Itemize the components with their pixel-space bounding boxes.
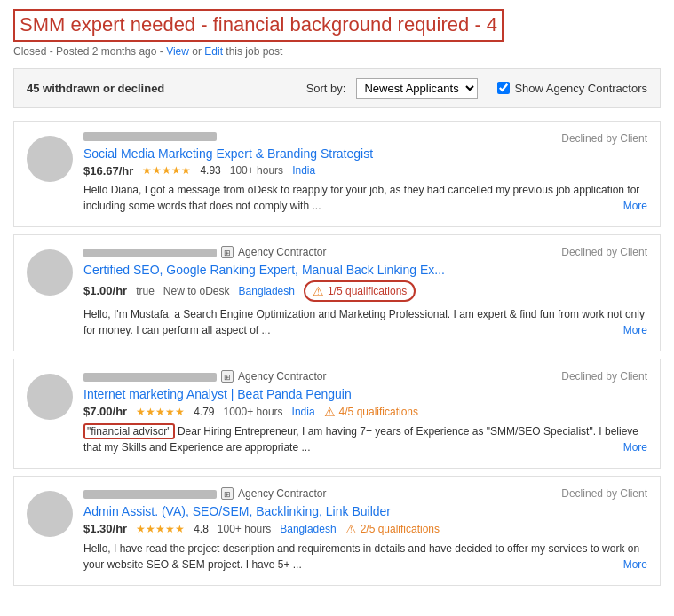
warning-icon: ⚠	[313, 284, 324, 298]
name-bar	[83, 249, 217, 257]
hours: 100+ hours	[218, 523, 271, 535]
rating: 4.8	[194, 523, 209, 535]
agency-row: ⊞ Agency Contractor	[221, 487, 326, 500]
more-link[interactable]: More	[623, 557, 647, 573]
agency-text: Agency Contractor	[238, 487, 326, 500]
applicant-card: ⊞ Agency Contractor Declined by Client A…	[13, 476, 661, 586]
agency-text: Agency Contractor	[238, 370, 326, 383]
location: India	[292, 406, 315, 418]
job-posted: Posted 2 months ago	[56, 45, 156, 58]
avatar	[27, 491, 73, 537]
location: Bangladesh	[280, 523, 336, 535]
declined-label: Declined by Client	[561, 487, 647, 500]
stats-row: $1.30/hr ★★★★★ 4.8 100+ hours Bangladesh…	[83, 522, 647, 536]
qualifications-text: 2/5 qualifications	[361, 523, 440, 535]
name-bar	[83, 373, 217, 382]
warning-icon: ⚠	[345, 522, 357, 536]
stars: ★★★★★	[136, 523, 185, 535]
applicant-card: ⊞ Agency Contractor Declined by Client I…	[13, 359, 661, 469]
agency-text: Agency Contractor	[238, 246, 326, 258]
rating: 4.79	[194, 406, 214, 418]
hours: 100+ hours	[230, 164, 283, 177]
stats-row: $1.00/hr true New to oDesk Bangladesh ⚠ …	[83, 280, 647, 302]
applicant-title: Admin Assist. (VA), SEO/SEM, Backlinking…	[83, 504, 391, 518]
qualifications-text: 1/5 qualifications	[328, 285, 407, 297]
stars: ★★★★★	[136, 406, 185, 418]
avatar	[27, 249, 73, 296]
avatar	[27, 136, 73, 182]
applicant-title-link[interactable]: Certified SEO, Google Ranking Expert, Ma…	[83, 263, 647, 277]
applicant-title: Social Media Marketing Expert & Branding…	[83, 146, 373, 161]
excerpt: Hello Diana, I got a message from oDesk …	[83, 182, 647, 214]
rating: 4.93	[200, 164, 220, 177]
job-meta: Closed - Posted 2 months ago - View or E…	[13, 45, 661, 58]
excerpt: "financial advisor" Dear Hiring Entrepre…	[83, 423, 647, 455]
location: Bangladesh	[239, 285, 295, 297]
new-odesk: New to oDesk	[163, 285, 230, 297]
job-status: Closed	[13, 45, 46, 58]
excerpt: Hello, I'm Mustafa, a Search Engine Opti…	[83, 306, 647, 338]
applicant-title-link[interactable]: Internet marketing Analyst | Beat Panda …	[83, 387, 647, 401]
avatar	[27, 374, 73, 420]
name-bar	[83, 132, 217, 141]
stats-row: $16.67/hr ★★★★★ 4.93 100+ hours India	[83, 164, 647, 178]
hours: 1000+ hours	[224, 406, 283, 418]
card-top: Declined by Client	[83, 132, 647, 145]
declined-label: Declined by Client	[561, 246, 647, 258]
view-job-link[interactable]: View	[166, 45, 189, 58]
rate: $7.00/hr	[83, 405, 127, 418]
financial-keyword: "financial advisor"	[83, 423, 175, 439]
card-body: ⊞ Agency Contractor Declined by Client C…	[83, 246, 647, 340]
edit-job-link[interactable]: Edit	[204, 45, 223, 58]
more-link[interactable]: More	[623, 439, 647, 455]
card-body: ⊞ Agency Contractor Declined by Client I…	[83, 370, 647, 457]
filter-bar: 45 withdrawn or declined Sort by: Newest…	[13, 68, 661, 108]
filter-count: 45 withdrawn or declined	[27, 82, 164, 95]
card-body: Declined by Client Social Media Marketin…	[83, 132, 647, 216]
agency-row: ⊞ Agency Contractor	[221, 246, 326, 258]
name-bar	[83, 490, 217, 499]
agency-row: ⊞ Agency Contractor	[221, 370, 326, 383]
qualifications-text: 4/5 qualifications	[339, 406, 418, 418]
rate: $1.00/hr	[83, 284, 127, 297]
declined-label: Declined by Client	[561, 132, 647, 145]
agency-icon: ⊞	[221, 370, 234, 383]
rate: $1.30/hr	[83, 522, 127, 535]
qualifications-info: ⚠ 4/5 qualifications	[324, 405, 418, 419]
agency-label: Show Agency Contractors	[514, 82, 647, 95]
sort-label: Sort by:	[306, 82, 346, 95]
card-body: ⊞ Agency Contractor Declined by Client A…	[83, 487, 647, 574]
declined-label: Declined by Client	[561, 370, 647, 383]
job-title: SMM expert needed - financial background…	[13, 9, 504, 42]
applicant-card: Declined by Client Social Media Marketin…	[13, 121, 661, 227]
card-top: ⊞ Agency Contractor Declined by Client	[83, 370, 647, 385]
agency-checkbox[interactable]	[497, 82, 510, 94]
job-meta-suffix: this job post	[226, 45, 282, 58]
rate: $16.67/hr	[83, 164, 133, 178]
qualifications-info: ⚠ 2/5 qualifications	[345, 522, 440, 536]
more-link[interactable]: More	[623, 322, 647, 338]
applicant-title: Certified SEO, Google Ranking Expert, Ma…	[83, 263, 445, 277]
qualifications-badge: ⚠ 1/5 qualifications	[304, 280, 416, 302]
applicants-list: Declined by Client Social Media Marketin…	[13, 121, 661, 586]
applicant-title-link[interactable]: Admin Assist. (VA), SEO/SEM, Backlinking…	[83, 504, 647, 518]
agency-icon: ⊞	[221, 246, 234, 258]
sort-select[interactable]: Newest Applicants	[356, 78, 478, 99]
more-link[interactable]: More	[623, 198, 647, 214]
agency-icon: ⊞	[221, 487, 234, 500]
applicant-title-link[interactable]: Social Media Marketing Expert & Branding…	[83, 146, 647, 161]
stars: ★★★★★	[142, 164, 191, 177]
no-feedback: true	[136, 285, 155, 297]
applicant-card: ⊞ Agency Contractor Declined by Client C…	[13, 234, 661, 351]
warning-icon: ⚠	[324, 405, 336, 419]
location: India	[292, 164, 315, 177]
excerpt: Hello, I have read the project descripti…	[83, 541, 647, 573]
card-top: ⊞ Agency Contractor Declined by Client	[83, 246, 647, 261]
card-top: ⊞ Agency Contractor Declined by Client	[83, 487, 647, 502]
agency-filter[interactable]: Show Agency Contractors	[497, 82, 647, 95]
stats-row: $7.00/hr ★★★★★ 4.79 1000+ hours India ⚠ …	[83, 405, 647, 419]
applicant-title: Internet marketing Analyst | Beat Panda …	[83, 387, 352, 401]
